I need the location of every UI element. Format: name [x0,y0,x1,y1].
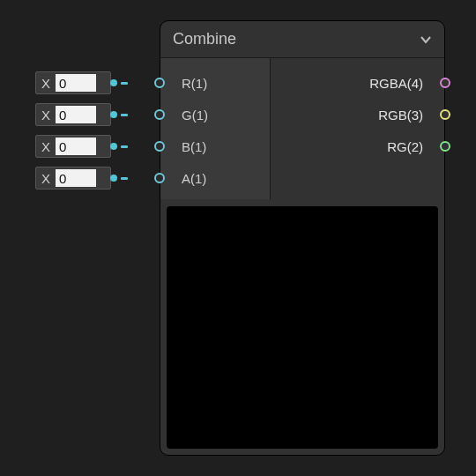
input-label-r: R(1) [182,76,207,91]
input-port-a[interactable] [154,173,165,183]
output-label-rgba: RGBA(4) [369,76,423,91]
value-node-a-output-port [110,173,130,183]
node-inputs-column: R(1) G(1) B(1) A(1) [160,58,271,199]
value-node-b-input[interactable] [56,138,96,155]
output-row-rgb: RGB(3) [271,100,444,129]
input-port-g[interactable] [154,109,165,120]
value-node-a[interactable]: X [35,167,111,190]
output-port-rg[interactable] [440,141,450,152]
output-label-rgb: RGB(3) [378,108,423,123]
value-node-x-label: X [40,171,50,186]
node-preview [167,206,438,449]
output-port-rgb[interactable] [440,109,450,120]
input-row-g: G(1) [160,100,270,129]
input-port-b[interactable] [154,141,165,152]
output-row-rgba: RGBA(4) [271,69,444,97]
value-node-b-output-port [110,141,130,152]
value-node-a-input[interactable] [56,169,96,187]
input-label-b: B(1) [182,139,206,154]
input-row-r: R(1) [160,69,270,97]
value-node-g-input[interactable] [56,106,96,123]
output-port-rgba[interactable] [440,78,450,88]
output-label-rg: RG(2) [387,139,423,154]
value-node-r-input[interactable] [56,74,96,92]
input-label-a: A(1) [182,171,206,186]
value-node-g[interactable]: X [35,103,111,126]
chevron-down-icon[interactable] [420,33,432,46]
value-node-g-output-port [110,109,130,120]
node-title: Combine [173,30,236,48]
output-row-rg: RG(2) [271,132,444,160]
value-node-r[interactable]: X [35,71,111,94]
combine-node[interactable]: Combine R(1) G(1) B(1) A(1) [160,20,445,456]
value-node-r-output-port [110,78,130,88]
value-node-x-label: X [40,108,50,123]
value-node-x-label: X [40,139,50,154]
node-outputs-column: RGBA(4) RGB(3) RG(2) [271,58,444,199]
input-row-a: A(1) [160,164,270,192]
node-header[interactable]: Combine [160,21,444,58]
input-port-r[interactable] [154,78,165,88]
input-row-b: B(1) [160,132,270,160]
value-node-x-label: X [40,76,50,91]
node-ports-area: R(1) G(1) B(1) A(1) RGBA(4) RGB(3) [160,58,444,199]
value-node-b[interactable]: X [35,135,111,158]
input-label-g: G(1) [182,108,208,123]
